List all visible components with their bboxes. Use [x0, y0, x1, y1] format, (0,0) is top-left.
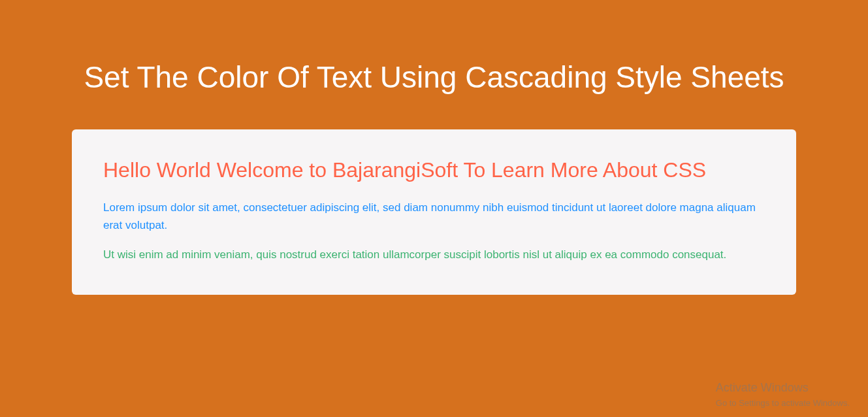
paragraph-green: Ut wisi enim ad minim veniam, quis nostr…: [103, 246, 765, 263]
paragraph-blue: Lorem ipsum dolor sit amet, consectetuer…: [103, 199, 765, 234]
content-card: Hello World Welcome to BajarangiSoft To …: [72, 129, 796, 295]
watermark-title: Activate Windows: [716, 380, 850, 396]
page-title: Set The Color Of Text Using Cascading St…: [0, 0, 868, 129]
watermark-subtitle: Go to Settings to activate Windows.: [716, 397, 850, 409]
windows-activation-watermark: Activate Windows Go to Settings to activ…: [716, 380, 850, 409]
card-heading: Hello World Welcome to BajarangiSoft To …: [103, 157, 765, 183]
